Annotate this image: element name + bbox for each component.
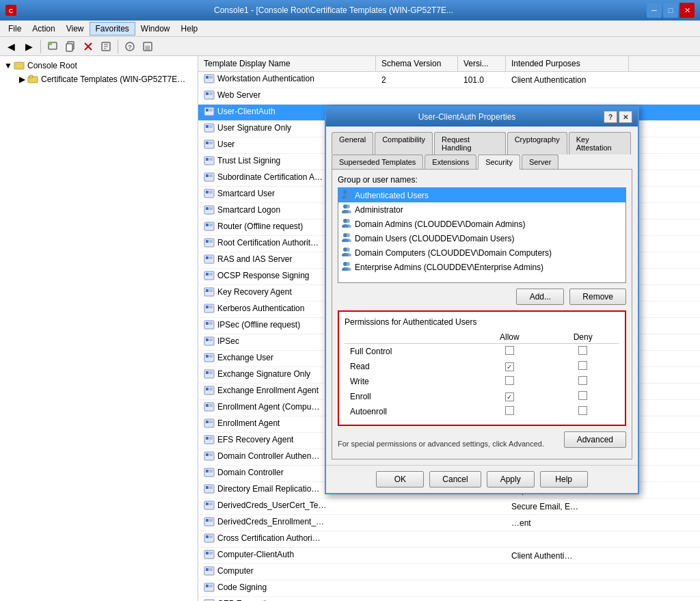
- list-row[interactable]: Computer-ClientAuth Client Authenti…: [198, 548, 700, 564]
- tab-server[interactable]: Server: [522, 155, 558, 169]
- perm-col-allow: Allow: [472, 331, 546, 344]
- permission-deny-cell[interactable]: [546, 389, 619, 404]
- menu-action[interactable]: Action: [27, 23, 60, 35]
- up-button[interactable]: [44, 38, 61, 55]
- list-cell-schema: 2: [376, 74, 458, 86]
- groups-item[interactable]: Domain Users (CLOUDDEV\Domain Users): [338, 231, 625, 245]
- permission-deny-cell[interactable]: [546, 344, 619, 360]
- help-footer-button[interactable]: Help: [540, 471, 588, 488]
- permission-allow-cell[interactable]: [472, 374, 546, 389]
- dialog-help-button[interactable]: ?: [604, 111, 617, 123]
- allow-checkbox[interactable]: [505, 406, 514, 415]
- col-header-version[interactable]: Versi...: [458, 56, 506, 71]
- permission-deny-cell[interactable]: [546, 374, 619, 389]
- list-cell-version: [458, 522, 506, 524]
- maximize-button[interactable]: □: [663, 3, 678, 18]
- col-header-purpose[interactable]: Intended Purposes: [506, 56, 629, 71]
- list-row[interactable]: DerivedCreds_Enrollment_… …ent: [198, 515, 700, 531]
- allow-checkbox[interactable]: [505, 362, 514, 371]
- tab-request-handling[interactable]: Request Handling: [434, 132, 506, 155]
- list-cell-name: DerivedCreds_Enrollment_…: [198, 516, 376, 530]
- dialog-close-button[interactable]: ✕: [619, 111, 632, 123]
- svg-rect-95: [204, 386, 214, 395]
- tab-superseded[interactable]: Superseded Templates: [332, 155, 423, 169]
- forward-button[interactable]: ▶: [21, 38, 37, 55]
- list-cell-version: [458, 571, 506, 574]
- minimize-button[interactable]: ─: [647, 3, 662, 18]
- tab-compatibility[interactable]: Compatibility: [375, 132, 433, 155]
- menu-file[interactable]: File: [3, 23, 27, 35]
- copy-button[interactable]: [62, 38, 79, 55]
- permission-deny-cell[interactable]: [546, 404, 619, 419]
- svg-point-162: [345, 196, 351, 199]
- help-toolbar-button[interactable]: ?: [122, 38, 138, 55]
- tree-expand-cert[interactable]: ▶: [16, 74, 27, 85]
- permission-deny-cell[interactable]: [546, 359, 619, 374]
- toolbar: ◀ ▶ ? ▤: [0, 37, 700, 56]
- groups-item[interactable]: Domain Admins (CLOUDDEV\Domain Admins): [338, 217, 625, 231]
- apply-button[interactable]: Apply: [487, 471, 535, 488]
- tab-security[interactable]: Security: [478, 155, 520, 170]
- svg-text:C: C: [9, 8, 14, 14]
- tree-pane: ▼ Console Root ▶ Certificate Templates (…: [0, 56, 198, 601]
- col-header-name[interactable]: Template Display Name: [198, 56, 376, 71]
- menu-help[interactable]: Help: [176, 23, 204, 35]
- allow-checkbox[interactable]: [505, 346, 514, 355]
- list-row[interactable]: Workstation Authentication 2101.0Client …: [198, 72, 700, 88]
- tab-extensions[interactable]: Extensions: [425, 155, 476, 169]
- deny-checkbox[interactable]: [578, 406, 587, 415]
- menu-window[interactable]: Window: [135, 23, 176, 35]
- list-row[interactable]: Code Signing: [198, 580, 700, 597]
- cancel-button[interactable]: Cancel: [429, 471, 481, 488]
- list-cell-purpose: Client Authenti…: [506, 550, 629, 562]
- deny-checkbox[interactable]: [578, 346, 587, 355]
- close-button[interactable]: ✕: [679, 3, 695, 18]
- groups-item[interactable]: Domain Computers (CLOUDDEV\Domain Comput…: [338, 245, 625, 260]
- list-row[interactable]: CEP Encryption 4.1: [198, 597, 700, 601]
- col-header-schema[interactable]: Schema Version: [376, 56, 458, 71]
- list-row[interactable]: DerivedCreds_UserCert_Te… Secure Email, …: [198, 498, 700, 515]
- groups-item[interactable]: Authenticated Users: [338, 188, 625, 202]
- menu-view[interactable]: View: [61, 23, 90, 35]
- add-button[interactable]: Add...: [516, 289, 564, 305]
- remove-button[interactable]: Remove: [569, 289, 626, 305]
- back-button[interactable]: ◀: [3, 38, 19, 55]
- list-header: Template Display Name Schema Version Ver…: [198, 56, 700, 72]
- console-root-icon: [14, 60, 25, 71]
- tab-general[interactable]: General: [332, 132, 373, 155]
- allow-checkbox[interactable]: [505, 392, 514, 401]
- tree-node-console-root[interactable]: ▼ Console Root: [0, 59, 198, 72]
- svg-rect-91: [204, 370, 214, 378]
- menu-favorites[interactable]: Favorites: [90, 22, 135, 36]
- deny-checkbox[interactable]: [578, 361, 587, 370]
- properties-button[interactable]: [98, 38, 114, 55]
- permission-allow-cell[interactable]: [472, 404, 546, 419]
- permission-allow-cell[interactable]: [472, 389, 546, 404]
- deny-checkbox[interactable]: [578, 376, 587, 385]
- svg-rect-28: [206, 109, 208, 111]
- advanced-button[interactable]: Advanced: [564, 431, 626, 448]
- tree-expand-console[interactable]: ▼: [3, 60, 14, 71]
- svg-rect-76: [206, 306, 208, 308]
- tab-key-attestation[interactable]: Key Attestation: [569, 132, 631, 155]
- svg-rect-139: [204, 567, 214, 575]
- deny-checkbox[interactable]: [578, 391, 587, 400]
- permission-allow-cell[interactable]: [472, 359, 546, 374]
- groups-listbox[interactable]: Authenticated Users Administrator Domain…: [338, 187, 626, 283]
- ok-button[interactable]: OK: [376, 471, 424, 488]
- list-row[interactable]: Web Server: [198, 88, 700, 105]
- groups-item[interactable]: Administrator: [338, 202, 625, 217]
- list-row[interactable]: Computer: [198, 564, 700, 580]
- tab-cryptography[interactable]: Cryptography: [507, 132, 567, 155]
- allow-checkbox[interactable]: [505, 376, 514, 385]
- svg-point-178: [345, 253, 351, 256]
- svg-rect-123: [204, 501, 214, 509]
- delete-button[interactable]: [80, 38, 96, 55]
- list-row[interactable]: Cross Certification Authori…: [198, 531, 700, 548]
- export-button[interactable]: ▤: [139, 38, 156, 55]
- groups-item[interactable]: Enterprise Admins (CLOUDDEV\Enterprise A…: [338, 260, 625, 274]
- tree-node-cert-templates[interactable]: ▶ Certificate Templates (WIN-GP52T7E…: [0, 72, 198, 86]
- properties-dialog[interactable]: User-ClientAuth Properties ? ✕ General C…: [325, 106, 639, 494]
- svg-rect-23: [204, 91, 214, 99]
- permission-allow-cell[interactable]: [472, 344, 546, 360]
